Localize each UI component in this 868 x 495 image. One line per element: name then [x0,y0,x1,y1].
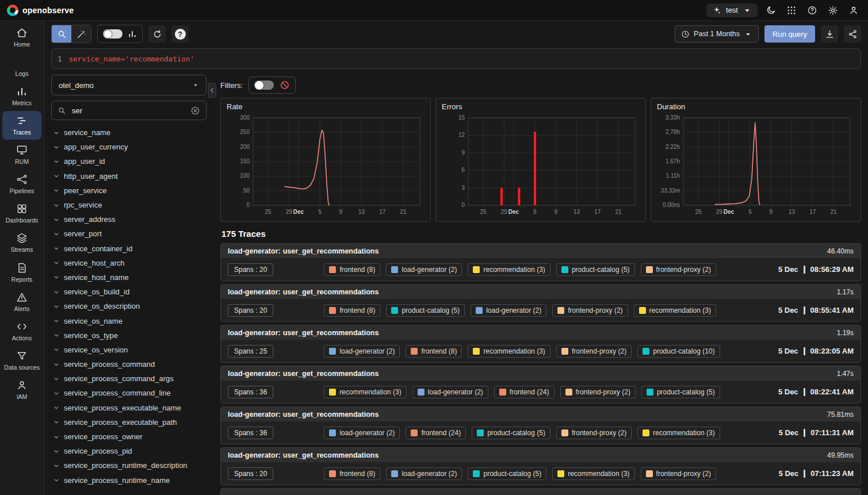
service-chip-product-catalog[interactable]: product-catalog (5) [472,427,550,439]
field-row-service_os_build_id[interactable]: service_os_build_id [51,285,207,299]
sidebar-item-logs[interactable]: Logs [2,52,41,81]
service-chip-recommendation[interactable]: recommendation (3) [324,386,406,398]
field-row-service_os_name[interactable]: service_os_name [51,313,207,328]
field-row-service_container_id[interactable]: service_container_id [51,241,207,256]
download-button[interactable] [821,25,838,43]
filters-toggle[interactable] [254,80,274,90]
field-row-service_process_pid[interactable]: service_process_pid [51,444,207,458]
trace-item[interactable] [220,488,861,495]
settings-button[interactable] [825,3,840,18]
collapse-panel-button[interactable] [208,83,216,98]
field-row-service_process_executable_name[interactable]: service_process_executable_name [51,401,207,415]
clear-search-icon[interactable] [190,106,200,116]
field-row-service_host_arch[interactable]: service_host_arch [51,256,207,270]
service-chip-load-generator[interactable]: load-generator (2) [386,467,462,480]
sidebar-item-data-sources[interactable]: Data sources [2,346,41,375]
chart-canvas[interactable]: 036912152529Dec59131721 [441,112,641,220]
field-search-input[interactable] [71,106,186,116]
field-row-service_process_command_line[interactable]: service_process_command_line [51,386,207,400]
sidebar-item-actions[interactable]: Actions [2,317,41,346]
sidebar-item-iam[interactable]: IAM [2,375,41,404]
service-chip-product-catalog[interactable]: product-catalog (5) [468,467,546,480]
run-query-button[interactable]: Run query [764,25,815,43]
org-selector[interactable]: test [706,3,758,17]
sidebar-item-dashboards[interactable]: Dashboards [2,199,41,228]
field-row-service_process_command_args[interactable]: service_process_command_args [51,371,207,386]
trace-item[interactable]: load-generator:user_get_recommendations … [220,406,861,444]
trace-item[interactable]: load-generator:user_get_recommendations … [220,325,861,363]
service-chip-frontend-proxy[interactable]: frontend-proxy (2) [641,263,716,276]
sidebar-item-reports[interactable]: Reports [2,258,41,287]
service-chip-load-generator[interactable]: load-generator (2) [412,386,488,398]
user-menu-button[interactable] [846,3,861,18]
field-row-service_process_executable_path[interactable]: service_process_executable_path [51,415,207,429]
query-editor[interactable]: 1 service_name='recommendation' [51,48,861,69]
service-chip-frontend[interactable]: frontend (8) [324,263,380,276]
service-chip-frontend[interactable]: frontend (24) [494,386,555,398]
service-chip-recommendation[interactable]: recommendation (3) [552,467,634,480]
service-chip-frontend-proxy[interactable]: frontend-proxy (2) [560,386,636,398]
block-icon[interactable] [280,80,290,90]
query-help-button[interactable]: ? [171,25,189,43]
service-chip-frontend-proxy[interactable]: frontend-proxy (2) [552,304,628,317]
field-row-service_process_runtime_name[interactable]: service_process_runtime_name [51,473,207,488]
field-row-service_process_owner[interactable]: service_process_owner [51,429,207,444]
sidebar-item-alerts[interactable]: Alerts [2,287,41,316]
logo[interactable]: openobserve [7,5,74,16]
help-button[interactable] [805,3,820,18]
trace-item[interactable]: load-generator:user_get_recommendations … [220,447,861,485]
trace-item[interactable]: load-generator:user_get_recommendations … [220,284,861,322]
service-chip-frontend[interactable]: frontend (24) [406,427,466,439]
query-builder-button[interactable] [71,25,91,43]
chart-canvas[interactable]: 0501001502002503002529Dec59131721 [225,112,426,220]
sidebar-item-home[interactable]: Home [2,23,41,52]
service-chip-recommendation[interactable]: recommendation (3) [634,304,716,317]
trace-item[interactable]: load-generator:user_get_recommendations … [220,243,861,281]
service-chip-load-generator[interactable]: load-generator (2) [471,304,546,317]
service-chip-product-catalog[interactable]: product-catalog (5) [641,386,720,398]
service-chip-product-catalog[interactable]: product-catalog (5) [386,304,465,317]
service-chip-recommendation[interactable]: recommendation (3) [637,427,720,439]
time-range-selector[interactable]: Past 1 Months [675,25,759,43]
field-row-service_os_version[interactable]: service_os_version [51,343,207,357]
service-chip-load-generator[interactable]: load-generator (2) [386,263,462,276]
field-row-service_process_command[interactable]: service_process_command [51,357,207,371]
field-row-http_user_agent[interactable]: http_user_agent [51,169,207,183]
sidebar-item-traces[interactable]: Traces [2,111,41,140]
field-row-server_address[interactable]: server_address [51,212,207,227]
field-row-peer_service[interactable]: peer_service [51,183,207,198]
field-row-app_user_currency[interactable]: app_user_currency [51,140,207,154]
service-chip-product-catalog[interactable]: product-catalog (5) [556,263,635,276]
field-row-server_port[interactable]: server_port [51,227,207,241]
sidebar-item-rum[interactable]: RUM [2,140,41,169]
apps-button[interactable] [784,3,799,18]
service-chip-recommendation[interactable]: recommendation (3) [468,345,550,358]
stream-selector[interactable]: otel_demo [51,75,207,95]
search-mode-button[interactable] [52,25,71,43]
service-chip-frontend-proxy[interactable]: frontend-proxy (2) [641,467,716,480]
service-chip-frontend[interactable]: frontend (8) [406,345,462,358]
field-row-service_host_name[interactable]: service_host_name [51,270,207,285]
service-chip-recommendation[interactable]: recommendation (3) [468,263,550,276]
sidebar-item-streams[interactable]: Streams [2,228,41,257]
field-row-service_os_description[interactable]: service_os_description [51,299,207,313]
service-chip-frontend[interactable]: frontend (8) [324,467,380,480]
chart-canvas[interactable]: 0.00ns33.33m1.11h1.67h2.22h2.78h3.33h252… [656,112,856,220]
field-row-service_os_type[interactable]: service_os_type [51,328,207,343]
histogram-toggle[interactable] [103,29,123,39]
service-chip-load-generator[interactable]: load-generator (2) [324,345,400,358]
field-row-service_name[interactable]: service_name [51,125,207,140]
field-row-rpc_service[interactable]: rpc_service [51,198,207,212]
refresh-button[interactable] [148,25,166,43]
field-row-service_process_runtime_description[interactable]: service_process_runtime_description [51,458,207,473]
service-chip-product-catalog[interactable]: product-catalog (10) [637,345,720,358]
service-chip-frontend-proxy[interactable]: frontend-proxy (2) [556,345,632,358]
sidebar-item-pipelines[interactable]: Pipelines [2,170,41,198]
service-chip-load-generator[interactable]: load-generator (2) [324,427,400,439]
service-chip-frontend-proxy[interactable]: frontend-proxy (2) [556,427,632,439]
field-row-app_user_id[interactable]: app_user_id [51,154,207,168]
theme-toggle-button[interactable] [763,3,778,18]
trace-item[interactable]: load-generator:user_get_recommendations … [220,366,861,404]
service-chip-frontend[interactable]: frontend (8) [324,304,380,317]
share-button[interactable] [844,25,861,43]
